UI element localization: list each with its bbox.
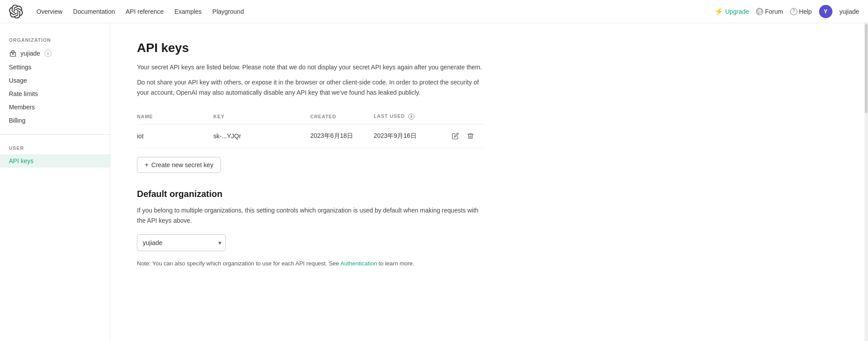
main-content: API keys Your secret API keys are listed…: [110, 23, 510, 341]
description-2: Do not share your API key with others, o…: [137, 77, 484, 97]
api-keys-table: NAME KEY CREATED LAST USED ℹ iot sk-...Y…: [137, 110, 484, 148]
delete-key-button[interactable]: [465, 131, 476, 141]
sidebar-item-rate-limits[interactable]: Rate limits: [0, 87, 110, 100]
user-avatar[interactable]: Y: [819, 5, 832, 18]
scrollbar-thumb[interactable]: [865, 24, 868, 113]
scrollbar-track[interactable]: [864, 23, 868, 341]
edit-key-button[interactable]: [450, 131, 461, 141]
page-title: API keys: [137, 41, 484, 55]
col-actions-header: [450, 110, 484, 124]
note-suffix: to learn more.: [379, 260, 414, 267]
openai-logo[interactable]: [9, 4, 23, 19]
col-last-used-header: LAST USED ℹ: [374, 110, 450, 124]
billing-label: Billing: [9, 117, 25, 124]
nav-api-reference[interactable]: API reference: [121, 5, 169, 18]
forum-icon: 💬: [756, 8, 763, 15]
help-label: Help: [799, 8, 812, 15]
default-org-desc: If you belong to multiple organizations,…: [137, 205, 484, 225]
create-key-button[interactable]: + Create new secret key: [137, 157, 221, 173]
plus-icon: +: [145, 161, 149, 169]
members-label: Members: [9, 104, 35, 111]
help-icon: ?: [790, 8, 797, 15]
forum-link[interactable]: 💬 Forum: [756, 8, 783, 15]
api-keys-label: API keys: [9, 157, 33, 164]
default-org-title: Default organization: [137, 189, 484, 199]
sidebar-org-item[interactable]: yujiade ℹ: [0, 46, 110, 60]
help-link[interactable]: ? Help: [790, 8, 812, 15]
authentication-link[interactable]: Authentication: [340, 260, 377, 267]
nav-examples[interactable]: Examples: [170, 5, 206, 18]
org-name: yujiade: [20, 50, 40, 57]
user-section-label: USER: [0, 145, 110, 154]
org-info-icon: ℹ: [44, 50, 52, 57]
table-body: iot sk-...YJQr 2023年6月18日 2023年9月16日: [137, 124, 484, 148]
create-key-label: Create new secret key: [151, 161, 213, 168]
sidebar-item-members[interactable]: Members: [0, 100, 110, 114]
usage-label: Usage: [9, 77, 27, 84]
settings-label: Settings: [9, 64, 32, 71]
description-1: Your secret API keys are listed below. P…: [137, 62, 484, 72]
key-value: sk-...YJQr: [213, 124, 310, 148]
navbar-right: ⚡ Upgrade 💬 Forum ? Help Y yujiade: [715, 5, 859, 18]
org-building-icon: [9, 49, 17, 57]
key-created: 2023年6月18日: [310, 124, 374, 148]
table-row: iot sk-...YJQr 2023年6月18日 2023年9月16日: [137, 124, 484, 148]
key-name: iot: [137, 124, 213, 148]
sidebar-item-billing[interactable]: Billing: [0, 114, 110, 127]
upgrade-label: Upgrade: [725, 8, 749, 15]
col-key-header: KEY: [213, 110, 310, 124]
main-nav: Overview Documentation API reference Exa…: [32, 5, 715, 18]
col-name-header: NAME: [137, 110, 213, 124]
navbar: Overview Documentation API reference Exa…: [0, 0, 868, 23]
user-name: yujiade: [840, 8, 859, 15]
nav-overview[interactable]: Overview: [32, 5, 67, 18]
note-text: Note: You can also specify which organiz…: [137, 259, 484, 269]
sidebar-item-api-keys[interactable]: API keys: [0, 154, 110, 168]
sidebar-item-settings[interactable]: Settings: [0, 60, 110, 74]
forum-label: Forum: [765, 8, 783, 15]
page-layout: ORGANIZATION yujiade ℹ Settings Usage Ra…: [0, 23, 868, 341]
sidebar-item-usage[interactable]: Usage: [0, 74, 110, 87]
last-used-info-icon: ℹ: [408, 113, 414, 120]
table-header: NAME KEY CREATED LAST USED ℹ: [137, 110, 484, 124]
org-select-wrapper: yujiade ▾: [137, 234, 226, 251]
key-actions: [450, 124, 484, 148]
note-prefix: Note: You can also specify which organiz…: [137, 260, 339, 267]
upgrade-button[interactable]: ⚡ Upgrade: [715, 7, 749, 16]
user-section: USER API keys: [0, 134, 110, 168]
sidebar: ORGANIZATION yujiade ℹ Settings Usage Ra…: [0, 23, 110, 341]
org-select[interactable]: yujiade: [137, 234, 226, 251]
nav-documentation[interactable]: Documentation: [68, 5, 119, 18]
upgrade-bolt-icon: ⚡: [715, 7, 723, 16]
org-section-label: ORGANIZATION: [0, 37, 110, 46]
nav-playground[interactable]: Playground: [208, 5, 249, 18]
rate-limits-label: Rate limits: [9, 90, 38, 97]
key-last-used: 2023年9月16日: [374, 124, 450, 148]
col-created-header: CREATED: [310, 110, 374, 124]
